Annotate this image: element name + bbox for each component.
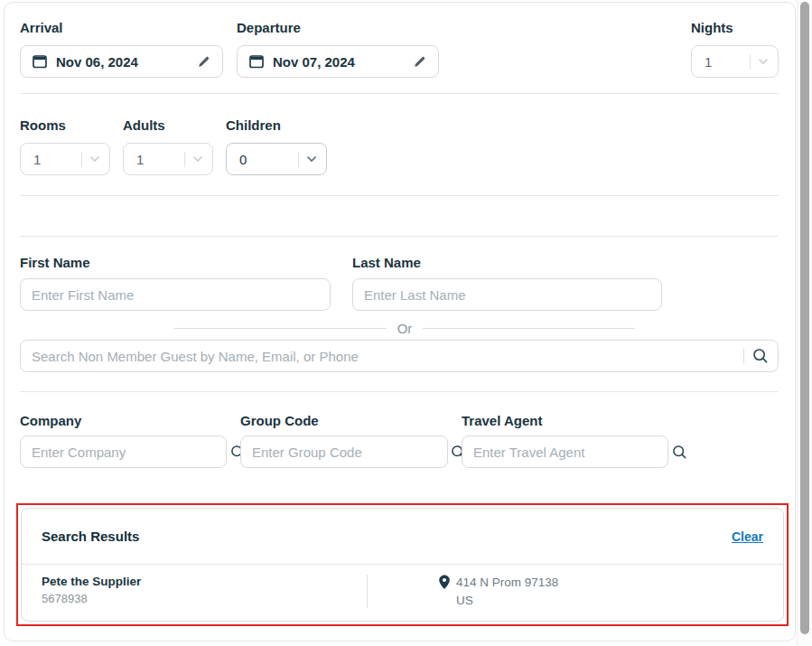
departure-date-field[interactable]: Nov 07, 2024: [237, 45, 439, 78]
chevron-down-icon: [192, 155, 203, 163]
rooms-value: 1: [33, 152, 81, 167]
vertical-scrollbar-thumb[interactable]: [800, 2, 809, 634]
arrival-label: Arrival: [20, 20, 63, 35]
adults-label: Adults: [123, 117, 165, 133]
search-results-header: Search Results Clear: [22, 509, 783, 564]
result-address-line1: 414 N Prom 97138: [456, 576, 558, 589]
search-results-title: Search Results: [42, 529, 139, 544]
search-results-highlight: Search Results Clear Pete the Supplier 5…: [16, 503, 789, 626]
section-divider: [20, 195, 779, 196]
nights-select[interactable]: 1: [691, 45, 779, 78]
travel-agent-label: Travel Agent: [462, 413, 542, 428]
non-member-guest-search-input[interactable]: [21, 341, 743, 371]
result-divider: [367, 575, 368, 608]
calendar-icon: [248, 53, 265, 70]
reservation-form-panel: Arrival Nov 06, 2024 Departure Nov 07, 2…: [4, 2, 796, 641]
nights-label: Nights: [691, 20, 733, 35]
children-value: 0: [239, 152, 298, 167]
adults-value: 1: [136, 152, 184, 167]
edit-pencil-icon[interactable]: [413, 54, 427, 69]
result-id: 5678938: [42, 592, 367, 605]
arrival-date-value: Nov 06, 2024: [56, 54, 138, 70]
chevron-down-icon: [306, 155, 317, 163]
departure-date-value: Nov 07, 2024: [273, 54, 355, 70]
result-name: Pete the Supplier: [42, 575, 367, 588]
last-name-input[interactable]: [352, 278, 662, 311]
search-icon[interactable]: [752, 348, 769, 364]
first-name-input[interactable]: [20, 278, 331, 311]
location-pin-icon: [438, 575, 451, 590]
section-divider: [20, 391, 779, 392]
travel-agent-input[interactable]: [462, 436, 664, 467]
search-icon[interactable]: [672, 445, 687, 460]
chevron-down-icon: [758, 58, 769, 65]
calendar-icon: [32, 53, 48, 70]
company-input[interactable]: [21, 436, 222, 467]
section-divider: [20, 93, 779, 94]
vertical-scrollbar-track[interactable]: [797, 0, 812, 646]
rooms-label: Rooms: [20, 117, 66, 133]
clear-results-link[interactable]: Clear: [732, 529, 763, 544]
or-divider-label: Or: [397, 321, 413, 336]
company-label: Company: [20, 413, 81, 428]
result-address-line2: US: [456, 594, 558, 607]
group-code-input[interactable]: [241, 436, 443, 467]
company-search: [20, 435, 227, 468]
rooms-select[interactable]: 1: [20, 143, 110, 175]
first-name-label: First Name: [20, 255, 90, 270]
adults-select[interactable]: 1: [123, 143, 213, 175]
edit-pencil-icon[interactable]: [197, 54, 211, 69]
arrival-date-field[interactable]: Nov 06, 2024: [20, 45, 223, 78]
children-label: Children: [226, 117, 281, 133]
non-member-guest-search: [20, 340, 779, 372]
chevron-down-icon: [89, 155, 100, 163]
nights-value: 1: [705, 54, 750, 70]
departure-label: Departure: [237, 20, 301, 35]
or-divider: Or: [174, 321, 635, 336]
search-result-row[interactable]: Pete the Supplier 5678938 414 N Prom 971…: [22, 565, 783, 621]
travel-agent-search: [462, 435, 668, 468]
group-code-label: Group Code: [240, 413, 319, 428]
last-name-label: Last Name: [352, 255, 421, 270]
section-divider: [20, 236, 779, 237]
children-select[interactable]: 0: [226, 143, 327, 175]
search-results-card: Search Results Clear Pete the Supplier 5…: [21, 508, 784, 622]
group-code-search: [240, 435, 448, 468]
